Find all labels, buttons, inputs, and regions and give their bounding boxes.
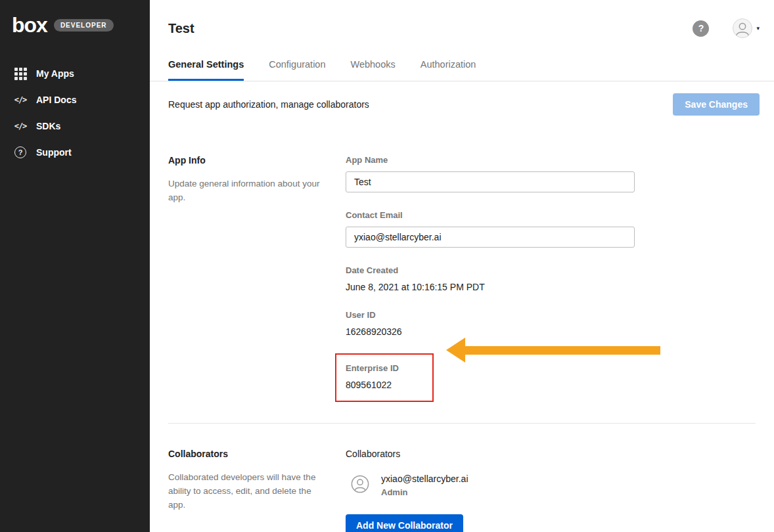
- sidebar-item-label: My Apps: [36, 68, 74, 79]
- contact-email-label: Contact Email: [346, 210, 635, 220]
- annotation-highlight-box: Enterprise ID 809561022: [335, 353, 434, 402]
- developer-badge: DEVELOPER: [54, 19, 114, 32]
- app-name-field-group: App Name: [346, 155, 635, 192]
- sidebar-item-sdks[interactable]: </> SDKs: [0, 113, 150, 139]
- collaborator-avatar-icon: [351, 475, 369, 493]
- section-description: Update general information about your ap…: [168, 177, 322, 205]
- sidebar-item-api-docs[interactable]: </> API Docs: [0, 87, 150, 113]
- collaborator-info: yxiao@stellarcyber.ai Admin: [381, 474, 468, 497]
- tab-configuration[interactable]: Configuration: [269, 59, 325, 81]
- sidebar-nav: My Apps </> API Docs </> SDKs ? Support: [0, 60, 150, 166]
- add-new-collaborator-button[interactable]: Add New Collaborator: [346, 514, 463, 532]
- date-created-field-group: Date Created June 8, 2021 at 10:16:15 PM…: [346, 265, 635, 292]
- person-icon: [733, 18, 752, 38]
- sidebar: box DEVELOPER My Apps </> API Docs </> S…: [0, 0, 150, 532]
- question-icon: ?: [13, 146, 28, 158]
- main-header: Test ? ▾: [150, 0, 774, 38]
- code-icon: </>: [13, 95, 28, 104]
- sidebar-item-label: Support: [36, 147, 72, 158]
- subheader: Request app authorization, manage collab…: [150, 81, 774, 127]
- collaborators-panel: Collaborators yxiao@stellarcyber.ai Admi…: [346, 449, 635, 532]
- box-logo: box: [12, 14, 47, 35]
- app-info-form: App Name Contact Email Date Created June…: [346, 155, 635, 402]
- collaborator-name: yxiao@stellarcyber.ai: [381, 474, 468, 484]
- code-icon: </>: [13, 122, 28, 131]
- grid-icon: [13, 68, 28, 80]
- header-actions: ? ▾: [693, 18, 760, 38]
- app-info-left: App Info Update general information abou…: [168, 155, 322, 402]
- section-title: Collaborators: [168, 449, 322, 459]
- date-created-label: Date Created: [346, 265, 635, 275]
- user-id-value: 16268920326: [346, 326, 635, 337]
- tab-general-settings[interactable]: General Settings: [168, 59, 244, 81]
- user-id-field-group: User ID 16268920326: [346, 310, 635, 337]
- collaborator-role: Admin: [381, 487, 468, 497]
- tab-webhooks[interactable]: Webhooks: [350, 59, 395, 81]
- collaborators-list-title: Collaborators: [346, 449, 635, 459]
- save-changes-button[interactable]: Save Changes: [673, 93, 760, 116]
- app-name-input[interactable]: [346, 171, 635, 192]
- enterprise-id-label: Enterprise ID: [346, 363, 422, 373]
- logo-row: box DEVELOPER: [0, 0, 150, 35]
- sidebar-item-label: SDKs: [36, 121, 60, 131]
- help-icon[interactable]: ?: [693, 20, 709, 37]
- app-name-label: App Name: [346, 155, 635, 165]
- sidebar-item-support[interactable]: ? Support: [0, 139, 150, 166]
- list-item: yxiao@stellarcyber.ai Admin: [346, 474, 635, 497]
- section-description: Collaborated developers will have the ab…: [168, 471, 322, 512]
- page-title: Test: [168, 21, 194, 36]
- sidebar-item-label: API Docs: [36, 95, 76, 105]
- collaborators-left: Collaborators Collaborated developers wi…: [168, 449, 322, 532]
- contact-email-field-group: Contact Email: [346, 210, 635, 248]
- date-created-value: June 8, 2021 at 10:16:15 PM PDT: [346, 282, 635, 292]
- section-divider: [168, 423, 756, 424]
- content: App Info Update general information abou…: [150, 155, 774, 532]
- tab-bar: General Settings Configuration Webhooks …: [150, 59, 774, 81]
- sidebar-item-my-apps[interactable]: My Apps: [0, 60, 150, 87]
- avatar[interactable]: [733, 18, 752, 38]
- main-content: Test ? ▾ General Settings Configuration …: [150, 0, 774, 532]
- tab-authorization[interactable]: Authorization: [421, 59, 476, 81]
- user-id-label: User ID: [346, 310, 635, 320]
- chevron-down-icon[interactable]: ▾: [756, 25, 760, 32]
- contact-email-input[interactable]: [346, 227, 635, 248]
- collaborators-section: Collaborators Collaborated developers wi…: [168, 449, 756, 532]
- enterprise-id-value: 809561022: [346, 380, 422, 390]
- app-info-section: App Info Update general information abou…: [168, 155, 756, 402]
- subheader-description: Request app authorization, manage collab…: [168, 99, 369, 110]
- section-title: App Info: [168, 155, 322, 166]
